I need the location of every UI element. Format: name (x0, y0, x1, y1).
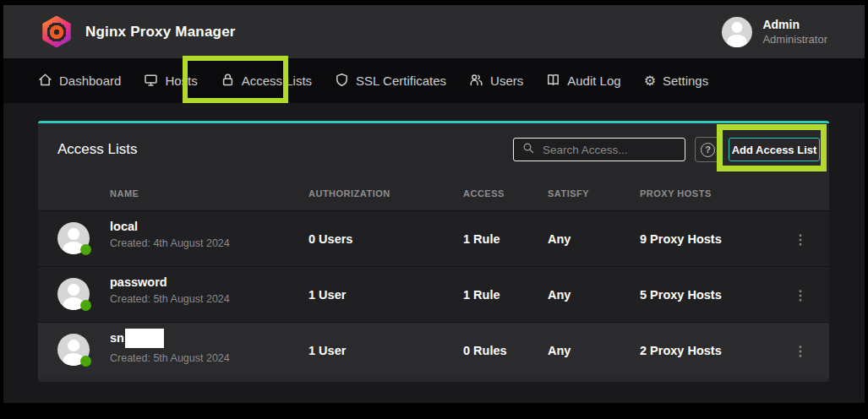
row-menu-icon[interactable]: ⋮ (794, 323, 807, 378)
nav-item-ssl-certificates[interactable]: SSL Certificates (335, 73, 446, 90)
nav-item-users[interactable]: Users (469, 73, 523, 90)
access-list-name: local (110, 220, 138, 233)
table-header: NAME AUTHORIZATION ACCESS SATISFY PROXY … (38, 176, 829, 210)
redaction-box (125, 329, 164, 348)
status-dot-online (80, 244, 91, 255)
npm-logo-icon[interactable] (41, 16, 73, 48)
gear-icon: ⚙ (644, 73, 656, 88)
nav-label: Settings (663, 73, 708, 88)
book-icon (546, 73, 560, 90)
nav-item-settings[interactable]: ⚙ Settings (644, 73, 709, 88)
access-value: 1 Rule (463, 211, 500, 267)
status-dot-online (80, 356, 91, 367)
monitor-icon (144, 73, 158, 90)
authorization-value: 0 Users (308, 211, 352, 267)
help-icon: ? (701, 143, 715, 157)
authorization-value: 1 User (308, 267, 346, 323)
shield-icon (335, 73, 349, 90)
app-header: Nginx Proxy Manager Admin Administrator (3, 5, 865, 58)
column-header-proxy-hosts: PROXY HOSTS (640, 176, 712, 210)
column-header-name: NAME (110, 176, 139, 210)
nav-label: Dashboard (59, 73, 121, 88)
nav-item-access-lists[interactable]: Access Lists (221, 73, 312, 90)
search-input[interactable] (543, 144, 676, 156)
help-button[interactable]: ? (695, 137, 721, 162)
search-box (513, 138, 685, 161)
authorization-value: 1 User (308, 323, 346, 378)
user-name: Admin (762, 18, 827, 31)
column-header-satisfy: SATISFY (548, 176, 589, 210)
page-background: Access Lists ? Add Access List NAME AUTH… (3, 103, 865, 403)
app-title: Nginx Proxy Manager (85, 24, 236, 41)
proxy-hosts-value: 2 Proxy Hosts (640, 323, 722, 378)
satisfy-value: Any (548, 267, 570, 323)
user-role: Administrator (762, 33, 827, 46)
created-date: Created: 5th August 2024 (110, 352, 230, 364)
user-avatar (722, 17, 752, 47)
created-date: Created: 4th August 2024 (110, 237, 230, 249)
table-row[interactable]: sn Created: 5th August 2024 1 User 0 Rul… (38, 322, 829, 378)
status-dot-online (80, 300, 91, 311)
nav-item-audit-log[interactable]: Audit Log (546, 73, 620, 90)
nav-label: Users (490, 73, 523, 88)
access-value: 1 Rule (463, 267, 500, 323)
lock-icon (221, 73, 235, 90)
search-icon (522, 142, 535, 158)
table-row[interactable]: local Created: 4th August 2024 0 Users 1… (38, 210, 829, 266)
add-access-list-button[interactable]: Add Access List (729, 138, 820, 161)
access-value: 0 Rules (463, 323, 507, 378)
satisfy-value: Any (548, 211, 570, 267)
main-nav: Dashboard Hosts Access Lists SSL Certifi… (3, 58, 865, 103)
users-icon (469, 73, 483, 90)
created-date: Created: 5th August 2024 (110, 293, 230, 305)
user-menu[interactable]: Admin Administrator (722, 17, 827, 47)
nav-item-dashboard[interactable]: Dashboard (38, 73, 121, 90)
row-menu-icon[interactable]: ⋮ (794, 267, 807, 323)
table-row[interactable]: password Created: 5th August 2024 1 User… (38, 266, 829, 322)
satisfy-value: Any (548, 323, 570, 378)
nav-label: Audit Log (567, 73, 620, 88)
avatar (57, 278, 90, 310)
proxy-hosts-value: 5 Proxy Hosts (640, 267, 722, 323)
nav-label: Hosts (165, 73, 197, 88)
table-body: local Created: 4th August 2024 0 Users 1… (38, 210, 829, 378)
row-menu-icon[interactable]: ⋮ (794, 211, 807, 267)
column-header-authorization: AUTHORIZATION (308, 176, 390, 210)
access-lists-panel: Access Lists ? Add Access List NAME AUTH… (38, 121, 829, 382)
nav-label: Access Lists (242, 73, 312, 88)
home-icon (38, 73, 52, 90)
proxy-hosts-value: 9 Proxy Hosts (640, 211, 722, 267)
access-list-name: password (110, 275, 167, 289)
avatar (57, 334, 90, 366)
panel-title: Access Lists (57, 141, 137, 158)
column-header-access: ACCESS (463, 176, 505, 210)
nav-item-hosts[interactable]: Hosts (144, 73, 197, 90)
nav-label: SSL Certificates (356, 73, 446, 88)
access-list-name: sn (110, 331, 124, 345)
avatar (57, 222, 90, 254)
app-window: Nginx Proxy Manager Admin Administrator … (3, 5, 865, 403)
